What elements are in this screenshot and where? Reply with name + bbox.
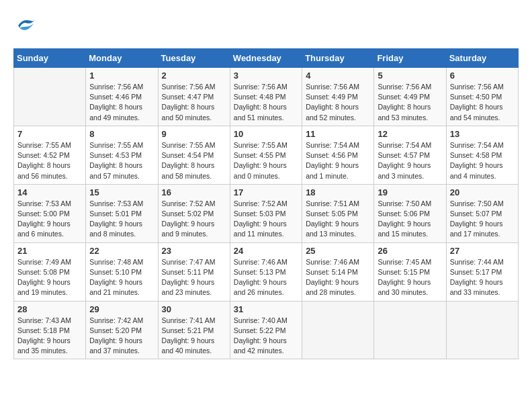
cell-date: 12: [378, 129, 442, 139]
cell-info: Sunrise: 7:48 AM Sunset: 5:10 PM Dayligh…: [89, 257, 154, 298]
cell-date: 24: [234, 246, 298, 256]
cell-date: 21: [17, 246, 82, 256]
cell-date: 26: [378, 246, 442, 256]
calendar-cell: 4Sunrise: 7:56 AM Sunset: 4:49 PM Daylig…: [302, 68, 374, 126]
cell-date: 9: [162, 129, 226, 139]
cell-info: Sunrise: 7:43 AM Sunset: 5:18 PM Dayligh…: [17, 316, 82, 357]
page-header: [13, 13, 519, 38]
cell-date: 31: [234, 304, 298, 314]
cell-date: 16: [162, 187, 226, 197]
cell-date: 13: [450, 129, 515, 139]
calendar-week-row: 14Sunrise: 7:53 AM Sunset: 5:00 PM Dayli…: [14, 184, 519, 242]
cell-info: Sunrise: 7:46 AM Sunset: 5:14 PM Dayligh…: [306, 257, 370, 298]
cell-info: Sunrise: 7:56 AM Sunset: 4:48 PM Dayligh…: [234, 82, 298, 123]
cell-date: 18: [306, 187, 370, 197]
calendar-cell: 12Sunrise: 7:54 AM Sunset: 4:57 PM Dayli…: [374, 126, 446, 184]
calendar-cell: 16Sunrise: 7:52 AM Sunset: 5:02 PM Dayli…: [158, 184, 230, 242]
cell-info: Sunrise: 7:54 AM Sunset: 4:57 PM Dayligh…: [378, 140, 442, 181]
calendar-week-row: 21Sunrise: 7:49 AM Sunset: 5:08 PM Dayli…: [14, 242, 519, 301]
calendar-cell: 15Sunrise: 7:53 AM Sunset: 5:01 PM Dayli…: [86, 184, 158, 242]
cell-date: 14: [17, 187, 82, 197]
cell-info: Sunrise: 7:56 AM Sunset: 4:47 PM Dayligh…: [162, 82, 226, 123]
cell-info: Sunrise: 7:49 AM Sunset: 5:08 PM Dayligh…: [17, 257, 82, 298]
cell-info: Sunrise: 7:52 AM Sunset: 5:02 PM Dayligh…: [162, 199, 226, 240]
calendar-cell: 3Sunrise: 7:56 AM Sunset: 4:48 PM Daylig…: [230, 68, 302, 126]
cell-info: Sunrise: 7:53 AM Sunset: 5:01 PM Dayligh…: [89, 199, 154, 240]
cell-info: Sunrise: 7:46 AM Sunset: 5:13 PM Dayligh…: [234, 257, 298, 298]
cell-info: Sunrise: 7:56 AM Sunset: 4:49 PM Dayligh…: [306, 82, 370, 123]
cell-date: 28: [17, 304, 82, 314]
cell-date: 2: [162, 71, 226, 81]
calendar-cell: [14, 68, 86, 126]
cell-info: Sunrise: 7:55 AM Sunset: 4:52 PM Dayligh…: [17, 140, 82, 181]
cell-info: Sunrise: 7:50 AM Sunset: 5:06 PM Dayligh…: [378, 199, 442, 240]
calendar-week-row: 28Sunrise: 7:43 AM Sunset: 5:18 PM Dayli…: [14, 301, 519, 359]
calendar-cell: 10Sunrise: 7:55 AM Sunset: 4:55 PM Dayli…: [230, 126, 302, 184]
cell-info: Sunrise: 7:45 AM Sunset: 5:15 PM Dayligh…: [378, 257, 442, 298]
calendar-cell: 17Sunrise: 7:52 AM Sunset: 5:03 PM Dayli…: [230, 184, 302, 242]
calendar-table: SundayMondayTuesdayWednesdayThursdayFrid…: [13, 48, 519, 359]
calendar-week-row: 7Sunrise: 7:55 AM Sunset: 4:52 PM Daylig…: [14, 126, 519, 184]
calendar-cell: 24Sunrise: 7:46 AM Sunset: 5:13 PM Dayli…: [230, 242, 302, 301]
calendar-cell: 8Sunrise: 7:55 AM Sunset: 4:53 PM Daylig…: [86, 126, 158, 184]
cell-date: 19: [378, 187, 442, 197]
calendar-cell: 1Sunrise: 7:56 AM Sunset: 4:46 PM Daylig…: [86, 68, 158, 126]
cell-info: Sunrise: 7:55 AM Sunset: 4:53 PM Dayligh…: [89, 140, 154, 181]
cell-date: 30: [162, 304, 226, 314]
calendar-cell: 7Sunrise: 7:55 AM Sunset: 4:52 PM Daylig…: [14, 126, 86, 184]
cell-date: 3: [234, 71, 298, 81]
calendar-cell: 25Sunrise: 7:46 AM Sunset: 5:14 PM Dayli…: [302, 242, 374, 301]
cell-date: 8: [89, 129, 154, 139]
calendar-cell: 28Sunrise: 7:43 AM Sunset: 5:18 PM Dayli…: [14, 301, 86, 359]
cell-date: 15: [89, 187, 154, 197]
calendar-cell: 26Sunrise: 7:45 AM Sunset: 5:15 PM Dayli…: [374, 242, 446, 301]
calendar-cell: 30Sunrise: 7:41 AM Sunset: 5:21 PM Dayli…: [158, 301, 230, 359]
calendar-cell: [446, 301, 518, 359]
header-day: Friday: [374, 49, 446, 68]
cell-info: Sunrise: 7:51 AM Sunset: 5:05 PM Dayligh…: [306, 199, 370, 240]
header-day: Thursday: [302, 49, 374, 68]
calendar-cell: 11Sunrise: 7:54 AM Sunset: 4:56 PM Dayli…: [302, 126, 374, 184]
cell-date: 29: [89, 304, 154, 314]
cell-date: 17: [234, 187, 298, 197]
header-day: Sunday: [14, 49, 86, 68]
logo-icon: [13, 13, 38, 38]
cell-date: 23: [162, 246, 226, 256]
header-row: SundayMondayTuesdayWednesdayThursdayFrid…: [14, 49, 519, 68]
calendar-cell: 22Sunrise: 7:48 AM Sunset: 5:10 PM Dayli…: [86, 242, 158, 301]
cell-date: 11: [306, 129, 370, 139]
calendar-cell: 20Sunrise: 7:50 AM Sunset: 5:07 PM Dayli…: [446, 184, 518, 242]
cell-info: Sunrise: 7:56 AM Sunset: 4:46 PM Dayligh…: [89, 82, 154, 123]
calendar-cell: 21Sunrise: 7:49 AM Sunset: 5:08 PM Dayli…: [14, 242, 86, 301]
cell-date: 1: [89, 71, 154, 81]
cell-info: Sunrise: 7:55 AM Sunset: 4:55 PM Dayligh…: [234, 140, 298, 181]
calendar-week-row: 1Sunrise: 7:56 AM Sunset: 4:46 PM Daylig…: [14, 68, 519, 126]
calendar-cell: 23Sunrise: 7:47 AM Sunset: 5:11 PM Dayli…: [158, 242, 230, 301]
calendar-cell: 13Sunrise: 7:54 AM Sunset: 4:58 PM Dayli…: [446, 126, 518, 184]
calendar-cell: 27Sunrise: 7:44 AM Sunset: 5:17 PM Dayli…: [446, 242, 518, 301]
cell-info: Sunrise: 7:53 AM Sunset: 5:00 PM Dayligh…: [17, 199, 82, 240]
cell-info: Sunrise: 7:54 AM Sunset: 4:56 PM Dayligh…: [306, 140, 370, 181]
cell-info: Sunrise: 7:50 AM Sunset: 5:07 PM Dayligh…: [450, 199, 515, 240]
header-day: Monday: [86, 49, 158, 68]
cell-date: 7: [17, 129, 82, 139]
cell-info: Sunrise: 7:56 AM Sunset: 4:49 PM Dayligh…: [378, 82, 442, 123]
header-day: Wednesday: [230, 49, 302, 68]
cell-date: 4: [306, 71, 370, 81]
cell-info: Sunrise: 7:40 AM Sunset: 5:22 PM Dayligh…: [234, 316, 298, 357]
cell-date: 20: [450, 187, 515, 197]
calendar-cell: 2Sunrise: 7:56 AM Sunset: 4:47 PM Daylig…: [158, 68, 230, 126]
cell-date: 10: [234, 129, 298, 139]
cell-date: 5: [378, 71, 442, 81]
calendar-cell: 6Sunrise: 7:56 AM Sunset: 4:50 PM Daylig…: [446, 68, 518, 126]
header-day: Saturday: [446, 49, 518, 68]
cell-info: Sunrise: 7:55 AM Sunset: 4:54 PM Dayligh…: [162, 140, 226, 181]
logo: [13, 13, 40, 38]
cell-date: 25: [306, 246, 370, 256]
cell-info: Sunrise: 7:42 AM Sunset: 5:20 PM Dayligh…: [89, 316, 154, 357]
cell-date: 27: [450, 246, 515, 256]
calendar-cell: 9Sunrise: 7:55 AM Sunset: 4:54 PM Daylig…: [158, 126, 230, 184]
calendar-cell: 18Sunrise: 7:51 AM Sunset: 5:05 PM Dayli…: [302, 184, 374, 242]
cell-date: 22: [89, 246, 154, 256]
cell-info: Sunrise: 7:54 AM Sunset: 4:58 PM Dayligh…: [450, 140, 515, 181]
